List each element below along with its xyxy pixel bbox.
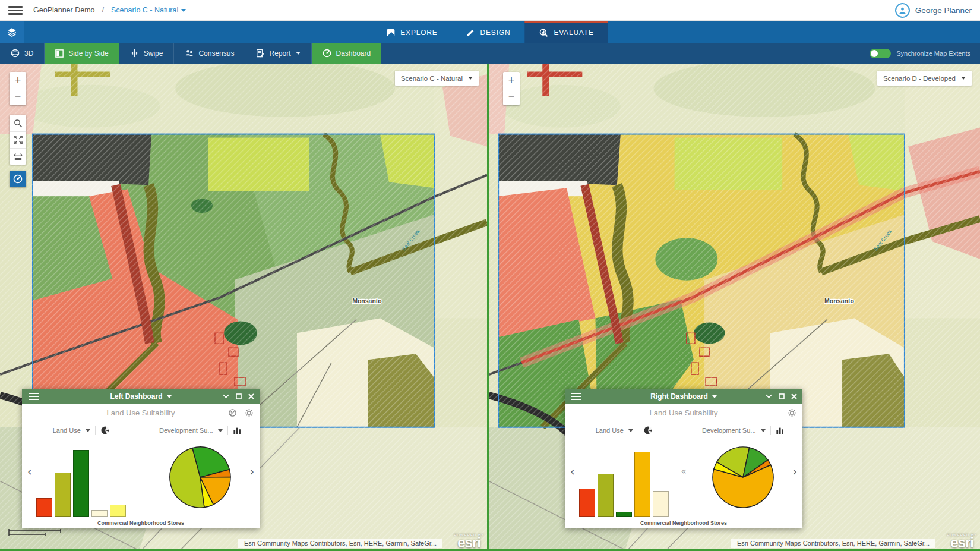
chevron-down-icon (961, 77, 966, 80)
right-pie-chart (710, 445, 776, 512)
bar-chart-icon[interactable] (233, 426, 242, 434)
measure-button[interactable] (10, 148, 26, 165)
left-scenario-selector[interactable]: Scenario C - Natural (395, 71, 479, 86)
carousel-page-indicator[interactable]: « (681, 466, 686, 477)
carousel-next-button[interactable]: › (792, 465, 797, 478)
bar-chart-icon[interactable] (776, 426, 785, 434)
dashboard-subtitle: Land Use Suitability (107, 408, 175, 417)
land-use-dropdown[interactable]: Land Use (53, 427, 81, 434)
chevron-down-icon (712, 395, 717, 398)
esri-logo: POWERED BY esri (454, 533, 484, 549)
window-buttons (766, 393, 797, 399)
development-suitability-card: Development Su... (684, 421, 803, 518)
right-zoom-controls: + − (503, 72, 520, 105)
carousel-prev-button[interactable]: ‹ (27, 465, 32, 478)
layers-button[interactable] (0, 21, 24, 43)
left-map-panel[interactable]: Monsanto Seal Creek + − Scenario C - Nat… (0, 64, 487, 549)
left-zoom-controls: + − (10, 72, 26, 105)
left-pie-chart (167, 445, 233, 512)
collapse-icon[interactable] (766, 394, 772, 399)
search-button[interactable] (10, 115, 26, 131)
tab-explore[interactable]: EXPLORE (372, 21, 451, 43)
synchronize-extents-toggle[interactable] (870, 49, 891, 58)
swipe-button[interactable]: Swipe (119, 43, 175, 64)
dashboard-subtitle-row: Land Use Suitability (22, 404, 260, 421)
tab-evaluate[interactable]: EVALUATE (524, 21, 608, 43)
side-by-side-label: Side by Side (68, 49, 108, 58)
left-map-tools (10, 115, 26, 165)
gear-icon[interactable] (245, 408, 254, 417)
zoom-in-button[interactable]: + (10, 72, 26, 89)
carousel-next-button[interactable]: › (249, 465, 254, 478)
esri-wordmark: esri (947, 537, 977, 549)
right-dashboard-title-dropdown[interactable]: Right Dashboard (650, 392, 717, 401)
maximize-icon[interactable] (236, 393, 242, 399)
development-su-dropdown[interactable]: Development Su... (159, 427, 213, 434)
dashboard-subtitle-row: Land Use Suitability (565, 404, 802, 421)
consensus-button[interactable]: Consensus (174, 43, 245, 64)
expand-extent-button[interactable] (10, 131, 26, 148)
maximize-icon[interactable] (779, 393, 785, 399)
right-dashboard-panel: Right Dashboard Land Use Suitability (565, 389, 802, 528)
bar-segment (73, 450, 89, 517)
user-name: George Planner (915, 6, 972, 15)
zoom-out-button[interactable]: − (10, 89, 26, 105)
explore-map-icon (386, 29, 395, 37)
dashboard-tool-button-active[interactable] (10, 171, 26, 187)
globe-icon (11, 49, 20, 58)
main-menu-icon[interactable] (8, 6, 23, 15)
dashboard-cards: Land Use Development Su... (565, 421, 802, 518)
side-by-side-button[interactable]: Side by Side (45, 43, 119, 64)
left-dashboard-title-dropdown[interactable]: Left Dashboard (110, 392, 171, 401)
pie-chart-icon[interactable] (643, 426, 653, 435)
esri-wordmark: esri (454, 537, 484, 549)
zoom-out-button[interactable]: − (503, 89, 520, 105)
development-su-dropdown[interactable]: Development Su... (702, 427, 756, 434)
pie-chart-icon[interactable] (100, 426, 110, 435)
right-dashboard-title: Right Dashboard (650, 392, 708, 401)
report-icon (256, 49, 264, 58)
collapse-icon[interactable] (223, 394, 229, 399)
bar-segment (616, 512, 632, 517)
report-button[interactable]: Report (245, 43, 311, 64)
chevron-down-icon (181, 9, 186, 12)
dashboard-label: Dashboard (336, 49, 371, 58)
chevron-down-icon (86, 429, 90, 432)
avatar (895, 3, 910, 18)
left-bar-chart (36, 450, 126, 517)
bar-segment (55, 473, 71, 517)
right-scenario-selector[interactable]: Scenario D - Developed (877, 71, 972, 86)
visibility-toggle-icon[interactable] (228, 408, 237, 417)
zoom-in-button[interactable]: + (503, 72, 520, 89)
right-attribution: Esri Community Maps Contributors, Esri, … (731, 539, 935, 548)
right-map-panel[interactable]: Monsanto Seal Creek + − Scenario D - Dev… (487, 64, 980, 549)
left-dashboard-title: Left Dashboard (110, 392, 162, 401)
close-icon[interactable] (248, 393, 254, 399)
tab-design[interactable]: DESIGN (452, 21, 525, 43)
dashboard-gauge-icon (13, 174, 23, 184)
left-dashboard-header[interactable]: Left Dashboard (22, 389, 260, 404)
right-dashboard-header[interactable]: Right Dashboard (565, 389, 802, 404)
land-use-card: Land Use (565, 421, 684, 518)
close-icon[interactable] (791, 393, 797, 399)
window-buttons (223, 393, 254, 399)
dashboard-menu-icon[interactable] (571, 393, 581, 400)
chevron-down-icon (296, 52, 301, 55)
dashboard-menu-icon[interactable] (29, 393, 39, 400)
user-menu[interactable]: George Planner (895, 3, 972, 18)
swipe-label: Swipe (144, 49, 163, 58)
breadcrumb-scenario-dropdown[interactable]: Scenario C - Natural (111, 6, 186, 14)
carousel-prev-button[interactable]: ‹ (570, 465, 575, 478)
bar-segment (110, 505, 126, 517)
gear-icon[interactable] (788, 408, 796, 417)
dashboard-subtitle: Land Use Suitability (650, 408, 718, 417)
land-use-dropdown[interactable]: Land Use (596, 427, 624, 434)
dashboard-button[interactable]: Dashboard (312, 43, 382, 64)
evaluate-toolbar: 3D Side by Side Swipe Consensus Report D… (0, 43, 980, 64)
chevron-down-icon (468, 77, 473, 80)
3d-button[interactable]: 3D (0, 43, 45, 64)
esri-logo: POWERED BY esri (947, 533, 977, 549)
breadcrumb-scenario-label: Scenario C - Natural (111, 6, 178, 14)
side-by-side-maps: Monsanto Seal Creek + − Scenario C - Nat… (0, 64, 980, 551)
land-use-card: Land Use (22, 421, 141, 518)
